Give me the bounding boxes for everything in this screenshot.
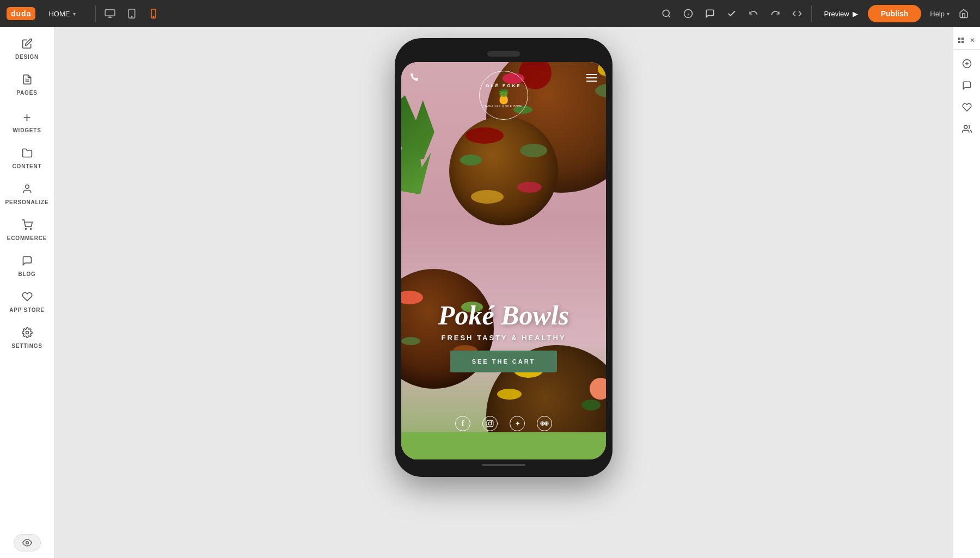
svg-point-15 (30, 229, 31, 230)
home-button[interactable] (954, 4, 973, 23)
facebook-icon[interactable]: f (455, 416, 470, 431)
check-button[interactable] (722, 4, 742, 23)
current-page-label: HOME (48, 10, 70, 18)
toolbar-divider-1 (95, 5, 96, 22)
settings-icon (22, 327, 33, 341)
phone-screen: OLÉ POKE 🍍 HAWAIIAN POKE BOWL Poké Bowls… (401, 62, 606, 459)
brand-logo: OLÉ POKE 🍍 HAWAIIAN POKE BOWL (479, 71, 528, 120)
sidebar-item-design[interactable]: DESIGN (3, 32, 52, 66)
sidebar-item-blog[interactable]: BLOG (3, 249, 52, 284)
hero-title: Poké Bowls (412, 301, 595, 330)
sidebar-item-ecommerce-label: ECOMMERCE (7, 235, 47, 241)
code-button[interactable] (787, 4, 807, 23)
phone-notch (471, 47, 536, 59)
svg-rect-30 (958, 41, 960, 43)
svg-point-27 (546, 423, 548, 425)
toolbar-icons (657, 4, 807, 23)
undo-button[interactable] (744, 4, 763, 23)
pencil-icon (22, 38, 33, 52)
sidebar-item-widgets[interactable]: + WIDGETS (3, 103, 52, 140)
comment-button[interactable] (700, 4, 720, 23)
main-content: DESIGN PAGES + WIDGETS CONTENT PERSONALI… (0, 27, 980, 558)
canvas-area: OLÉ POKE 🍍 HAWAIIAN POKE BOWL Poké Bowls… (54, 27, 953, 558)
preview-eye-button[interactable] (14, 534, 41, 551)
sidebar-item-content[interactable]: CONTENT (3, 141, 52, 176)
sidebar-item-ecommerce[interactable]: ECOMMERCE (3, 213, 52, 248)
mobile-device-button[interactable] (144, 4, 163, 23)
svg-point-6 (154, 16, 155, 17)
info-button[interactable] (678, 4, 698, 23)
help-label: Help (930, 10, 945, 18)
phone-navbar: OLÉ POKE 🍍 HAWAIIAN POKE BOWL (401, 62, 606, 95)
svg-point-23 (492, 421, 492, 422)
bottom-green-strip (401, 432, 606, 459)
tripadvisor-icon[interactable] (537, 416, 552, 431)
right-chat-button[interactable] (957, 76, 977, 95)
svg-rect-0 (106, 10, 115, 16)
sidebar-item-settings-label: SETTINGS (11, 343, 42, 349)
svg-rect-29 (961, 38, 964, 40)
bowl-center (449, 116, 558, 225)
brand-name-top: OLÉ POKE (486, 83, 521, 88)
sidebar-item-widgets-label: WIDGETS (13, 127, 41, 133)
search-button[interactable] (657, 4, 676, 23)
person-icon (22, 183, 33, 197)
hero-cta-button[interactable]: SEE THE CART (450, 351, 558, 372)
plant-decoration (401, 95, 445, 204)
redo-button[interactable] (765, 4, 785, 23)
blog-icon (22, 255, 33, 269)
sidebar-item-app-store[interactable]: APP STORE (3, 285, 52, 320)
panel-resize-icon[interactable] (957, 36, 965, 45)
content-icon (22, 148, 33, 161)
sidebar-item-personalize[interactable]: PERSONALIZE (3, 177, 52, 212)
top-toolbar: duda HOME ▾ (0, 0, 980, 27)
svg-point-35 (964, 125, 967, 128)
sidebar-item-blog-label: BLOG (18, 271, 35, 277)
panel-close-icon[interactable]: ✕ (968, 36, 977, 45)
hero-content: Poké Bowls FRESH TASTY & HEALTHY SEE THE… (401, 301, 606, 372)
svg-point-13 (25, 185, 29, 189)
cart-icon (22, 219, 33, 233)
play-icon: ▶ (853, 10, 858, 18)
phone-call-icon (410, 73, 419, 84)
brand-tagline: HAWAIIAN POKE BOWL (483, 105, 524, 108)
help-button[interactable]: Help ▾ (926, 7, 954, 21)
svg-rect-21 (487, 420, 493, 427)
hero-subtitle: FRESH TASTY & HEALTHY (412, 334, 595, 342)
sidebar-item-design-label: DESIGN (15, 54, 39, 60)
sidebar-item-content-label: CONTENT (13, 163, 42, 169)
sidebar-bottom (14, 534, 41, 558)
page-selector[interactable]: HOME ▾ (44, 8, 80, 20)
tablet-device-button[interactable] (122, 4, 142, 23)
svg-point-26 (542, 423, 543, 425)
duda-logo[interactable]: duda (7, 7, 35, 20)
phone-notch-area (401, 45, 606, 61)
left-sidebar: DESIGN PAGES + WIDGETS CONTENT PERSONALI… (0, 27, 54, 558)
svg-point-16 (26, 332, 28, 334)
help-chevron-icon: ▾ (947, 11, 950, 17)
right-panel-header: ✕ (953, 32, 980, 50)
phone-home-indicator (401, 459, 606, 470)
instagram-icon[interactable] (482, 416, 498, 431)
preview-label: Preview (824, 10, 849, 18)
svg-rect-31 (961, 41, 964, 43)
phone-frame: OLÉ POKE 🍍 HAWAIIAN POKE BOWL Poké Bowls… (395, 38, 612, 477)
right-add-button[interactable] (957, 54, 977, 73)
puzzle-icon (22, 291, 33, 305)
svg-point-14 (25, 229, 26, 230)
publish-button[interactable]: Publish (868, 5, 922, 22)
right-people-button[interactable] (957, 119, 977, 139)
yelp-icon[interactable]: ✦ (510, 416, 525, 431)
preview-button[interactable]: Preview ▶ (816, 7, 865, 21)
plus-icon: + (23, 110, 30, 125)
sidebar-item-pages[interactable]: PAGES (3, 68, 52, 102)
device-buttons (100, 4, 163, 23)
sidebar-item-personalize-label: PERSONALIZE (5, 199, 49, 205)
hamburger-menu-icon[interactable] (586, 72, 597, 85)
sidebar-item-settings[interactable]: SETTINGS (3, 321, 52, 355)
svg-point-17 (26, 542, 28, 544)
svg-rect-28 (958, 38, 960, 40)
desktop-device-button[interactable] (100, 4, 120, 23)
right-paint-button[interactable] (957, 97, 977, 117)
sidebar-item-app-store-label: APP STORE (9, 307, 45, 313)
